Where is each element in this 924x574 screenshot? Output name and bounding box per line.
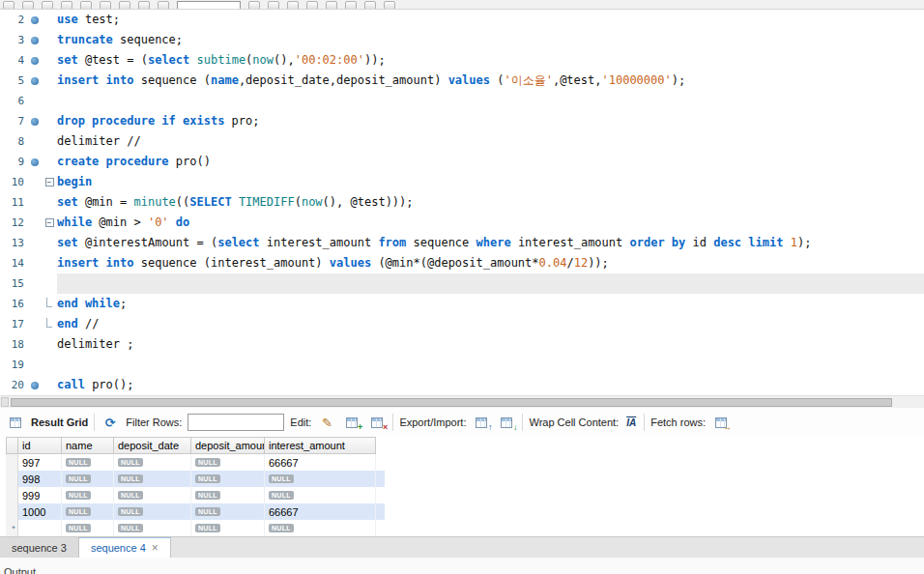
cell-deposit_amount[interactable]: NULL <box>191 454 265 471</box>
invisible-chars-icon[interactable] <box>345 1 357 10</box>
limit-rows-icon[interactable] <box>177 1 241 10</box>
edit-cell-icon[interactable]: ✎ <box>317 415 336 430</box>
cell-interest_amount[interactable]: 66667 <box>265 454 376 471</box>
fold-open-icon[interactable]: − <box>45 178 54 187</box>
cell-name[interactable]: NULL <box>62 487 114 503</box>
cell-deposit_amount[interactable]: NULL <box>191 471 265 487</box>
code-line-18[interactable]: 18delimiter ; <box>0 334 924 355</box>
open-script-icon[interactable] <box>42 1 53 10</box>
cell-name[interactable]: NULL <box>62 520 114 536</box>
code-editor[interactable]: 2use test;3truncate sequence;4set @test … <box>0 10 924 395</box>
code-line-8[interactable]: 8delimiter // <box>0 131 924 152</box>
null-badge: NULL <box>66 491 91 500</box>
insert-row-icon[interactable]: + <box>342 415 361 430</box>
editor-hscrollbar[interactable] <box>0 395 924 408</box>
options-icon[interactable] <box>384 1 395 10</box>
code-line-10[interactable]: 10−begin <box>0 172 924 192</box>
filter-rows-input[interactable] <box>188 414 284 431</box>
column-header-interest_amount[interactable]: interest_amount <box>265 437 376 454</box>
code-line-7[interactable]: 7drop procedure if exists pro; <box>0 111 924 131</box>
separator <box>94 414 95 431</box>
cell-id[interactable]: 999 <box>18 487 62 503</box>
commit-icon[interactable] <box>248 1 260 10</box>
cell-interest_amount[interactable]: NULL <box>265 471 376 487</box>
column-header-name[interactable]: name <box>62 437 114 454</box>
code-line-13[interactable]: 13set @interestAmount = (select interest… <box>0 233 924 253</box>
row-gutter <box>6 503 18 520</box>
code-line-14[interactable]: 14insert into sequence (interest_amount)… <box>0 253 924 273</box>
explain-icon[interactable] <box>119 1 130 10</box>
column-header-deposit_date[interactable]: deposit_date <box>114 437 191 454</box>
cell-deposit_date[interactable]: NULL <box>114 471 191 487</box>
cell-id[interactable]: 997 <box>18 454 62 471</box>
delete-row-icon[interactable]: × <box>367 415 387 430</box>
wrap-text-icon[interactable] <box>364 1 376 10</box>
column-header-deposit_amount[interactable]: deposit_amount <box>191 437 265 454</box>
cell-deposit_date[interactable]: NULL <box>114 454 191 471</box>
cell-name[interactable]: NULL <box>62 503 114 520</box>
export-icon[interactable]: ↑ <box>472 415 491 430</box>
result-tabbar: sequence 3sequence 4× <box>0 536 924 558</box>
cell-interest_amount[interactable]: NULL <box>265 487 376 503</box>
code-line-2[interactable]: 2use test; <box>0 10 924 30</box>
scroll-left-button[interactable] <box>1 397 9 407</box>
cell-interest_amount[interactable]: NULL <box>265 520 376 536</box>
column-header-id[interactable]: id <box>18 437 62 454</box>
result-tab-sequence-3[interactable]: sequence 3 <box>0 537 79 558</box>
cell-deposit_amount[interactable]: NULL <box>191 487 265 503</box>
cell-deposit_date[interactable]: NULL <box>114 503 191 520</box>
execute-script-icon[interactable] <box>80 1 92 10</box>
code-line-20[interactable]: 20call pro(); <box>0 375 924 395</box>
table-row[interactable]: 998NULLNULLNULLNULL <box>6 471 385 487</box>
table-row[interactable]: 1000NULLNULLNULL66667 <box>6 503 385 520</box>
close-icon[interactable]: × <box>152 541 159 555</box>
cell-deposit_amount[interactable]: NULL <box>191 503 265 520</box>
tab-label: sequence 4 <box>91 542 146 554</box>
cell-id[interactable]: 1000 <box>18 503 62 520</box>
wrap-cell-content-icon[interactable]: IA <box>624 415 638 430</box>
code-line-5[interactable]: 5insert into sequence (name,deposit_date… <box>0 71 924 91</box>
code-line-19[interactable]: 19 <box>0 355 924 375</box>
code-line-6[interactable]: 6 <box>0 91 924 111</box>
execute-current-icon[interactable] <box>100 1 111 10</box>
table-row[interactable]: 999NULLNULLNULLNULL <box>6 487 385 503</box>
code-line-16[interactable]: 16end while; <box>0 294 924 314</box>
refresh-icon[interactable]: ⟳ <box>101 415 120 430</box>
code-line-3[interactable]: 3truncate sequence; <box>0 30 924 50</box>
cell-name[interactable]: NULL <box>62 471 114 487</box>
cell-interest_amount[interactable]: 66667 <box>265 503 376 520</box>
find-icon[interactable] <box>326 1 337 10</box>
cell-deposit_date[interactable]: NULL <box>114 520 191 536</box>
statement-dot-col <box>27 172 42 192</box>
rollback-icon[interactable] <box>268 1 279 10</box>
code-line-11[interactable]: 11set @min = minute((SELECT TIMEDIFF(now… <box>0 192 924 213</box>
toggle-stop-on-error-icon[interactable] <box>158 1 169 10</box>
code-line-9[interactable]: 9create procedure pro() <box>0 152 924 172</box>
menu-icon[interactable] <box>3 1 14 10</box>
code-line-17[interactable]: 17end // <box>0 314 924 334</box>
import-icon[interactable]: ↓ <box>497 415 516 430</box>
save-script-icon[interactable] <box>61 1 72 10</box>
fold-open-icon[interactable]: − <box>45 218 54 227</box>
cell-id[interactable]: 998 <box>18 471 62 487</box>
fetch-rows-icon[interactable]: → <box>711 415 731 430</box>
cell-name[interactable]: NULL <box>62 454 114 471</box>
stop-icon[interactable] <box>138 1 150 10</box>
fold-col <box>42 314 57 334</box>
code-line-15[interactable]: 15 <box>0 273 924 294</box>
row-gutter <box>6 454 18 471</box>
autocommit-icon[interactable] <box>287 1 299 10</box>
table-row[interactable]: 997NULLNULLNULL66667 <box>6 454 385 471</box>
code-line-4[interactable]: 4set @test = (select subtime(now(),'00:0… <box>0 50 924 71</box>
cell-deposit_date[interactable]: NULL <box>114 487 191 503</box>
code-line-12[interactable]: 12−while @min > '0' do <box>0 213 924 233</box>
scrollbar-thumb[interactable] <box>11 398 892 407</box>
output-panel-sliver: Output <box>0 558 924 574</box>
beautify-icon[interactable] <box>306 1 318 10</box>
fold-col <box>42 233 57 253</box>
cell-deposit_amount[interactable]: NULL <box>191 520 265 536</box>
table-row-new[interactable]: *NULLNULLNULLNULL <box>6 520 385 536</box>
new-query-tab-icon[interactable] <box>22 1 34 10</box>
result-tab-sequence-4[interactable]: sequence 4× <box>79 537 171 558</box>
cell-id[interactable] <box>18 520 62 536</box>
